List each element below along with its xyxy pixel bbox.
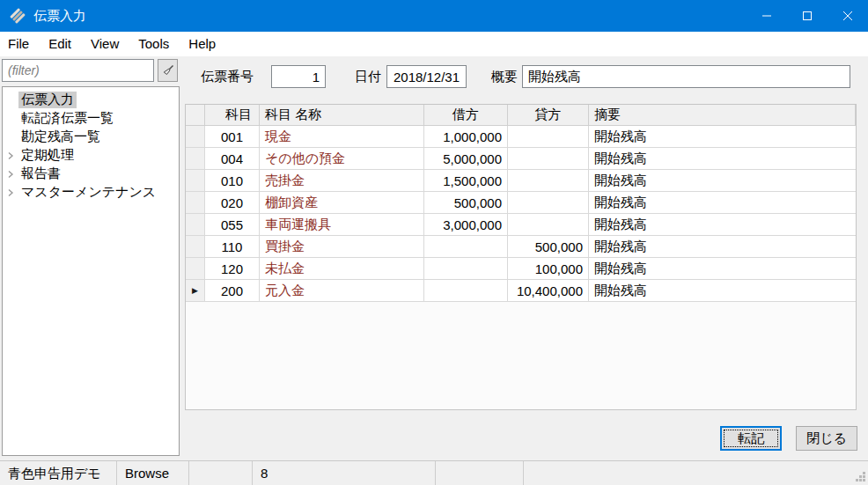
cell-name: 元入金 [260,280,424,301]
sidebar-item[interactable]: マスターメンテナンス [3,183,179,202]
grid-header-name[interactable]: 科目 名称 [260,105,424,125]
sidebar-item[interactable]: 転記済伝票一覧 [3,109,179,128]
sidebar-item[interactable]: 報告書 [3,165,179,183]
row-indicator [186,236,205,257]
chevron-right-icon[interactable] [3,187,18,198]
cell-name: 現金 [260,126,424,147]
sidebar-item[interactable]: 伝票入力 [3,91,179,109]
voucher-no-label: 伝票番号 [201,65,254,88]
status-cell [436,461,524,485]
status-cell: Browse [117,461,189,485]
cell-credit [508,170,589,191]
cell-code: 120 [205,258,260,279]
close-form-button[interactable]: 閉じる [796,426,857,451]
sidebar-item-label: 定期処理 [18,147,77,164]
cell-credit [508,126,589,147]
voucher-no-input[interactable] [271,65,326,88]
grid-header-row: 科目 科目 名称 借方 貸方 摘要 [186,105,856,126]
voucher-entry-window: 伝票入力 File Edit View Tools Help 伝票入力 [0,0,868,485]
cell-code: 110 [205,236,260,257]
grid-header-code[interactable]: 科目 [205,105,260,125]
grid-header-indicator [186,105,205,125]
cell-debit: 500,000 [424,192,508,213]
date-label: 日付 [355,65,381,88]
minimize-button[interactable] [747,0,787,32]
cell-name: 買掛金 [260,236,424,257]
cell-memo: 開始残高 [589,214,856,235]
cell-credit: 500,000 [508,236,589,257]
cell-code: 001 [205,126,260,147]
date-input[interactable] [386,65,467,88]
cell-memo: 開始残高 [589,192,856,213]
cell-memo: 開始残高 [589,280,856,301]
resize-grip-icon[interactable] [856,472,866,482]
cell-credit: 100,000 [508,258,589,279]
row-indicator [186,148,205,169]
sidebar-item-label: 報告書 [18,165,63,182]
voucher-lines-grid: 科目 科目 名称 借方 貸方 摘要 001 現金 1,000,000 開始残高 … [185,104,857,410]
row-indicator [186,192,205,213]
cell-memo: 開始残高 [589,258,856,279]
sidebar-item[interactable]: 定期処理 [3,146,179,165]
maximize-icon [802,11,813,21]
summary-input[interactable] [522,65,850,88]
brush-icon [162,64,174,77]
grid-header-debit[interactable]: 借方 [424,105,508,125]
status-cell [189,461,253,485]
cell-memo: 開始残高 [589,170,856,191]
minimize-icon [761,11,772,21]
summary-label: 概要 [491,65,518,88]
sidebar-item-label: 勘定残高一覧 [18,129,103,145]
table-row[interactable]: ▶ 200 元入金 10,400,000 開始残高 [186,280,856,302]
grid-body: 001 現金 1,000,000 開始残高 004 その他の預金 5,000,0… [186,126,856,302]
table-row[interactable]: 004 その他の預金 5,000,000 開始残高 [186,148,856,170]
menu-file[interactable]: File [0,32,39,56]
row-indicator [186,170,205,191]
menu-tools[interactable]: Tools [129,32,179,56]
current-row-marker-icon: ▶ [192,286,198,295]
cell-debit: 5,000,000 [424,148,508,169]
grid-header-credit[interactable]: 貸方 [508,105,589,125]
menu-view[interactable]: View [81,32,129,56]
cell-name: 車両運搬具 [260,214,424,235]
status-cell [524,461,868,485]
close-button[interactable] [828,0,868,32]
sidebar-item-label: 伝票入力 [18,92,77,108]
cell-debit [424,280,508,301]
cell-debit [424,236,508,257]
filter-input[interactable] [2,59,154,82]
chevron-right-icon[interactable] [3,169,18,180]
grid-header-memo[interactable]: 摘要 [589,105,856,125]
sidebar-item-label: マスターメンテナンス [18,184,158,201]
maximize-button[interactable] [787,0,828,32]
menu-edit[interactable]: Edit [39,32,81,56]
table-row[interactable]: 055 車両運搬具 3,000,000 開始残高 [186,214,856,236]
post-button[interactable]: 転記 [720,426,782,451]
filter-clear-button[interactable] [158,59,178,82]
chevron-right-icon[interactable] [3,151,18,161]
cell-name: 未払金 [260,258,424,279]
cell-credit [508,214,589,235]
status-cell: 青色申告用デモ [0,461,117,485]
title-bar: 伝票入力 [0,0,868,32]
cell-code: 010 [205,170,260,191]
table-row[interactable]: 110 買掛金 500,000 開始残高 [186,236,856,258]
table-row[interactable]: 010 売掛金 1,500,000 開始残高 [186,170,856,192]
cell-debit: 1,000,000 [424,126,508,147]
menu-help[interactable]: Help [179,32,225,56]
cell-memo: 開始残高 [589,148,856,169]
cell-name: その他の預金 [260,148,424,169]
cell-code: 020 [205,192,260,213]
row-indicator: ▶ [186,280,205,301]
cell-code: 200 [205,280,260,301]
close-icon [842,11,853,21]
cell-name: 棚卸資産 [260,192,424,213]
cell-credit [508,148,589,169]
cell-memo: 開始残高 [589,126,856,147]
cell-credit [508,192,589,213]
table-row[interactable]: 020 棚卸資産 500,000 開始残高 [186,192,856,214]
cell-code: 055 [205,214,260,235]
table-row[interactable]: 001 現金 1,000,000 開始残高 [186,126,856,148]
table-row[interactable]: 120 未払金 100,000 開始残高 [186,258,856,280]
sidebar-item[interactable]: 勘定残高一覧 [3,128,179,146]
